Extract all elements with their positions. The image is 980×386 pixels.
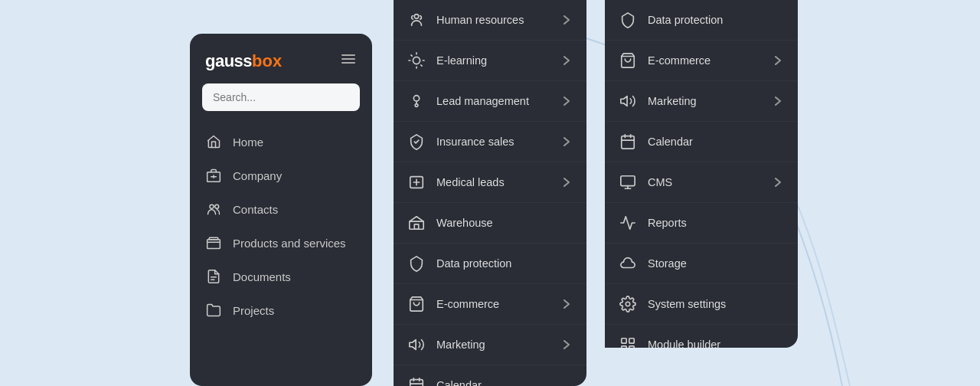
svg-rect-46	[622, 346, 626, 348]
svg-rect-44	[622, 339, 626, 343]
nav-item-contacts[interactable]: Contacts	[190, 192, 372, 226]
menu-item-r-data-protection[interactable]: Data protection	[605, 0, 798, 41]
svg-point-6	[210, 204, 214, 208]
documents-icon	[205, 268, 222, 285]
menu-item-human-resources[interactable]: Human resources	[394, 0, 586, 41]
svg-rect-9	[209, 237, 218, 240]
nav-item-company[interactable]: Company	[190, 159, 372, 192]
logo-gauss-text: gauss	[205, 51, 252, 71]
chevron-right-icon	[772, 176, 784, 188]
calendar-icon	[407, 376, 426, 386]
menu-item-warehouse[interactable]: Warehouse	[394, 203, 586, 244]
menu-item-human-resources-label: Human resources	[436, 14, 524, 26]
svg-point-7	[215, 204, 219, 208]
dropdown-panel-1: Human resources E-learning Lead manageme…	[394, 0, 586, 386]
human-resources-icon	[407, 11, 426, 29]
menu-item-r-marketing[interactable]: Marketing	[605, 81, 798, 122]
contacts-icon	[205, 201, 222, 218]
r-marketing-icon	[619, 92, 637, 110]
search-container	[190, 83, 372, 122]
menu-item-marketing[interactable]: Marketing	[394, 325, 586, 365]
svg-point-43	[626, 302, 630, 306]
nav-item-home-label: Home	[233, 136, 263, 149]
r-cms-icon	[619, 173, 637, 191]
menu-item-r-storage[interactable]: Storage	[605, 244, 798, 284]
sidebar: gaussbox Home Company	[190, 34, 372, 386]
svg-point-14	[413, 57, 420, 64]
r-reports-icon	[619, 214, 637, 232]
menu-item-calendar-label: Calendar	[436, 379, 482, 386]
nav-item-company-label: Company	[233, 169, 282, 182]
svg-rect-40	[621, 176, 635, 186]
svg-rect-8	[207, 240, 220, 249]
chevron-right-icon	[560, 176, 573, 188]
nav-item-projects[interactable]: Projects	[190, 293, 372, 327]
menu-item-r-cms[interactable]: CMS	[605, 162, 798, 203]
menu-item-ecommerce-label: E-commerce	[436, 298, 499, 310]
svg-marker-35	[621, 96, 627, 106]
menu-item-data-protection[interactable]: Data protection	[394, 244, 586, 284]
menu-item-marketing-label: Marketing	[436, 339, 485, 351]
menu-item-r-cms-label: CMS	[648, 176, 672, 188]
menu-item-r-storage-label: Storage	[648, 257, 687, 270]
menu-item-data-protection-label: Data protection	[436, 257, 511, 270]
menu-item-r-reports[interactable]: Reports	[605, 203, 798, 244]
logo: gaussbox	[205, 51, 282, 71]
menu-item-r-ecommerce[interactable]: E-commerce	[605, 41, 798, 81]
medical-leads-icon	[407, 173, 426, 191]
elearning-icon	[407, 51, 426, 70]
svg-rect-45	[629, 339, 634, 343]
chevron-right-icon	[560, 95, 573, 107]
menu-item-calendar[interactable]: Calendar	[394, 365, 586, 386]
svg-line-17	[411, 55, 412, 56]
menu-item-r-calendar-label: Calendar	[648, 136, 693, 148]
menu-item-warehouse-label: Warehouse	[436, 217, 493, 229]
company-icon	[205, 167, 222, 184]
nav-item-home[interactable]: Home	[190, 125, 372, 159]
sidebar-header: gaussbox	[190, 34, 372, 83]
svg-rect-36	[622, 136, 635, 149]
search-input[interactable]	[202, 83, 360, 111]
nav-item-documents[interactable]: Documents	[190, 260, 372, 293]
chevron-right-icon	[560, 339, 573, 351]
svg-rect-26	[410, 221, 423, 229]
menu-item-r-ecommerce-label: E-commerce	[648, 54, 710, 67]
nav-item-products-label: Products and services	[233, 237, 346, 250]
ecommerce-icon	[407, 295, 426, 313]
svg-point-22	[415, 104, 418, 107]
insurance-sales-icon	[407, 132, 426, 151]
menu-item-medical-leads-label: Medical leads	[436, 176, 505, 188]
svg-point-13	[414, 15, 419, 19]
nav-item-projects-label: Projects	[233, 304, 274, 317]
menu-item-r-system-settings[interactable]: System settings	[605, 284, 798, 325]
chevron-right-icon	[560, 136, 573, 148]
nav-item-documents-label: Documents	[233, 270, 291, 283]
menu-item-insurance-sales-label: Insurance sales	[436, 136, 514, 148]
projects-icon	[205, 302, 222, 319]
svg-rect-27	[414, 224, 419, 229]
menu-item-r-module-builder[interactable]: Module builder	[605, 325, 798, 348]
menu-item-elearning[interactable]: E-learning	[394, 41, 586, 81]
r-system-settings-icon	[619, 295, 637, 313]
logo-box-text: box	[252, 51, 282, 71]
svg-marker-29	[410, 340, 416, 350]
menu-item-medical-leads[interactable]: Medical leads	[394, 162, 586, 203]
menu-item-lead-management[interactable]: Lead management	[394, 81, 586, 122]
menu-item-ecommerce[interactable]: E-commerce	[394, 284, 586, 325]
chevron-right-icon	[560, 54, 573, 67]
menu-item-r-calendar[interactable]: Calendar	[605, 122, 798, 162]
menu-item-r-data-protection-label: Data protection	[648, 14, 723, 26]
menu-item-elearning-label: E-learning	[436, 54, 487, 67]
marketing-icon	[407, 335, 426, 354]
menu-item-insurance-sales[interactable]: Insurance sales	[394, 122, 586, 162]
hamburger-icon[interactable]	[340, 51, 357, 71]
chevron-right-icon	[560, 298, 573, 310]
r-calendar-icon	[619, 132, 637, 151]
products-icon	[205, 234, 222, 251]
chevron-right-icon	[772, 95, 784, 107]
svg-rect-30	[410, 380, 423, 386]
nav-item-products[interactable]: Products and services	[190, 226, 372, 260]
menu-item-r-marketing-label: Marketing	[648, 95, 697, 107]
nav-item-contacts-label: Contacts	[233, 203, 278, 216]
menu-item-r-module-builder-label: Module builder	[648, 339, 720, 348]
